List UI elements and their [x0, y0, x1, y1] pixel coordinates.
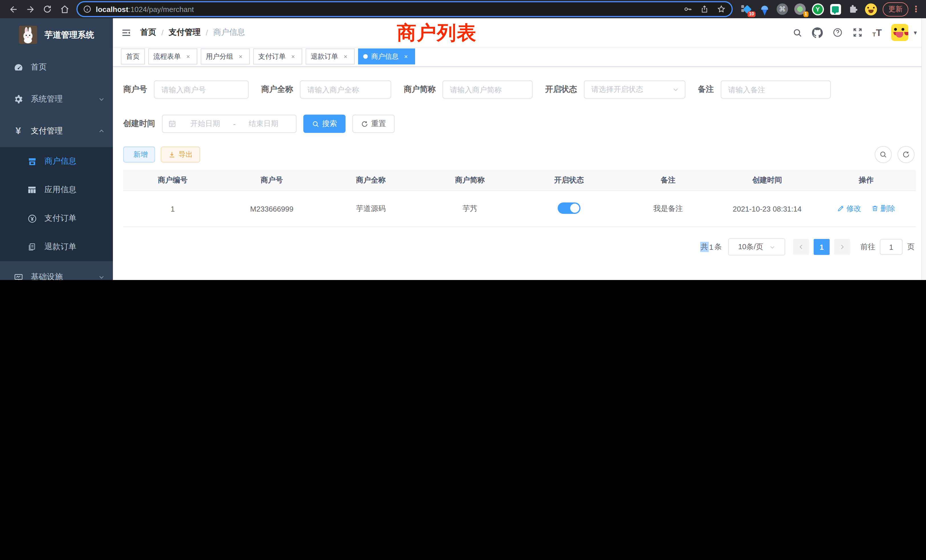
chevron-down-icon: [672, 86, 679, 93]
ext-chat-icon[interactable]: [829, 3, 841, 15]
chevron-right-icon: [839, 244, 846, 250]
tag-pay-order[interactable]: 支付订单 ×: [253, 48, 302, 64]
browser-update-button[interactable]: 更新: [883, 2, 908, 16]
header-search-icon[interactable]: [793, 28, 802, 37]
sidebar-item-merchant-info[interactable]: 商户信息: [0, 147, 113, 176]
create-time-label: 创建时间: [123, 119, 162, 129]
tag-process-form[interactable]: 流程表单 ×: [148, 48, 197, 64]
address-bar[interactable]: localhost:1024/pay/merchant: [76, 1, 733, 17]
tab-close-icon[interactable]: ×: [289, 53, 297, 61]
tag-user-group[interactable]: 用户分组 ×: [201, 48, 250, 64]
home-icon[interactable]: [56, 2, 73, 17]
sidebar-item-pay-order[interactable]: 支付订单: [0, 204, 113, 233]
extensions-puzzle-icon[interactable]: [847, 3, 859, 15]
edit-link[interactable]: 修改: [837, 204, 861, 214]
start-date-placeholder: 开始日期: [179, 119, 232, 129]
sidebar-fold-icon[interactable]: [121, 28, 131, 37]
share-icon[interactable]: [700, 5, 709, 14]
sidebar-item-pay[interactable]: ¥ 支付管理: [0, 115, 113, 147]
back-icon[interactable]: [5, 2, 22, 17]
sidebar-item-system[interactable]: 系统管理: [0, 83, 113, 115]
prev-page-button[interactable]: [793, 239, 809, 255]
merchant-no-input[interactable]: [154, 80, 249, 98]
tab-close-icon[interactable]: ×: [402, 53, 410, 61]
cell-short-name: 芋艿: [421, 191, 520, 227]
fullscreen-icon[interactable]: [852, 27, 863, 38]
col-remark: 备注: [619, 170, 718, 191]
reload-icon[interactable]: [39, 2, 56, 17]
tag-home[interactable]: 首页: [121, 48, 145, 64]
export-button[interactable]: 导出: [161, 147, 200, 162]
bookmark-star-icon[interactable]: [717, 5, 726, 14]
sidebar: 芋道管理系统 首页 系统管理 ¥ 支付管理: [0, 18, 113, 280]
page-size-select[interactable]: 10条/页: [728, 238, 785, 256]
logo-rabbit-image: [19, 26, 37, 44]
ext-emoji-icon[interactable]: [864, 3, 877, 15]
pay-submenu: 商户信息 应用信息 支付订单: [0, 147, 113, 261]
search-form-row-2: 创建时间 开始日期 - 结束日期: [123, 115, 916, 133]
create-time-range-picker[interactable]: 开始日期 - 结束日期: [162, 115, 297, 133]
status-select[interactable]: 请选择开启状态: [584, 80, 685, 98]
toggle-search-button[interactable]: [875, 146, 892, 163]
key-icon[interactable]: [683, 5, 692, 14]
refresh-icon: [361, 120, 368, 127]
add-button[interactable]: 新增: [123, 147, 155, 162]
monitor-chart-icon: [11, 272, 25, 280]
col-status: 开启状态: [519, 170, 619, 191]
sidebar-item-refund-order[interactable]: 退款订单: [0, 233, 113, 261]
browser-menu-icon[interactable]: ⋮: [912, 4, 920, 14]
yen-icon: ¥: [11, 126, 25, 137]
active-tab-dot: [363, 54, 368, 59]
goto-page-input[interactable]: [880, 239, 903, 255]
end-date-placeholder: 结束日期: [237, 119, 290, 129]
user-avatar[interactable]: [891, 24, 909, 41]
grid-icon: [25, 185, 39, 194]
help-icon[interactable]: [832, 27, 843, 38]
tag-merchant-info[interactable]: 商户信息 ×: [358, 48, 415, 64]
ext-y-icon[interactable]: Y: [811, 3, 824, 15]
short-name-input[interactable]: [442, 80, 533, 98]
pagination-total: 共 1 条: [700, 242, 722, 252]
tag-refund-order[interactable]: 退款订单 ×: [306, 48, 355, 64]
font-size-icon[interactable]: TT: [872, 28, 882, 37]
page-number-1[interactable]: 1: [814, 239, 830, 255]
browser-toolbar: localhost:1024/pay/merchant 10: [0, 0, 926, 18]
github-icon[interactable]: [812, 27, 823, 38]
tab-close-icon[interactable]: ×: [237, 53, 245, 61]
page-scrollbar[interactable]: [921, 18, 926, 280]
sidebar-item-infra[interactable]: 基础设施: [0, 261, 113, 280]
full-name-input[interactable]: [300, 80, 391, 98]
next-page-button[interactable]: [834, 239, 850, 255]
table-toolbar: 新增 导出: [123, 146, 916, 163]
merchant-table: 商户编号 商户号 商户全称 商户简称 开启状态 备注 创建时间 操作 1: [123, 170, 916, 227]
search-button[interactable]: 搜索: [303, 115, 345, 133]
breadcrumb: 首页 / 支付管理 / 商户信息: [140, 27, 245, 38]
sidebar-item-home[interactable]: 首页: [0, 51, 113, 83]
pencil-icon: [837, 205, 845, 212]
site-info-icon[interactable]: [83, 5, 91, 13]
cell-full-name: 芋道源码: [321, 191, 421, 227]
shop-icon: [25, 157, 39, 166]
top-navbar: 首页 / 支付管理 / 商户信息 商户列表: [113, 18, 926, 47]
ext-pin-icon[interactable]: [758, 1, 771, 18]
app-title: 芋道管理系统: [44, 29, 94, 40]
breadcrumb-pay[interactable]: 支付管理: [169, 27, 201, 38]
ext-recorder-icon[interactable]: 1: [794, 3, 806, 15]
avatar-caret-down-icon[interactable]: ▾: [914, 29, 917, 36]
ext-blocks-icon[interactable]: 10: [741, 3, 753, 15]
forward-icon[interactable]: [22, 2, 39, 17]
search-form-row-1: 商户号 商户全称 商户简称 开启状态 请选择开启状态: [123, 80, 916, 98]
tab-close-icon[interactable]: ×: [342, 53, 350, 61]
remark-input[interactable]: [721, 80, 831, 98]
delete-link[interactable]: 删除: [871, 204, 895, 214]
app-logo[interactable]: 芋道管理系统: [0, 18, 113, 51]
refresh-table-button[interactable]: [897, 146, 915, 163]
breadcrumb-home[interactable]: 首页: [140, 27, 156, 38]
dashboard-icon: [11, 62, 25, 72]
tab-close-icon[interactable]: ×: [184, 53, 192, 61]
col-create-time: 创建时间: [717, 170, 817, 191]
sidebar-item-app-info[interactable]: 应用信息: [0, 176, 113, 204]
status-toggle-on[interactable]: [558, 202, 581, 213]
ext-command-icon[interactable]: ⌘: [776, 3, 788, 15]
reset-button[interactable]: 重置: [353, 115, 395, 133]
